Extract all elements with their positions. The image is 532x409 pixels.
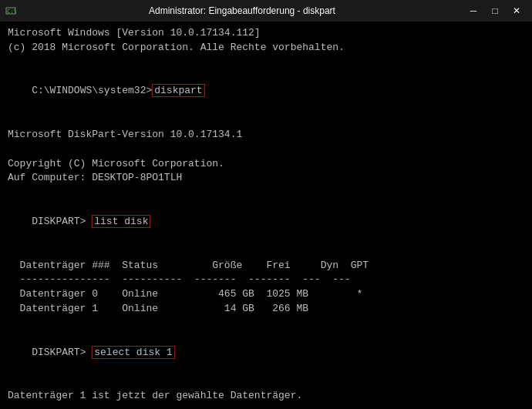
terminal-content: Microsoft Windows [Version 10.0.17134.11… <box>0 22 532 409</box>
svg-text:C:\: C:\ <box>7 8 16 15</box>
table1-row0: Datenträger 0 Online 465 GB 1025 MB * <box>8 287 524 302</box>
copyright-line: Copyright (C) Microsoft Corporation. <box>8 157 524 172</box>
prompt-selectdisk-prefix: DISKPART> <box>32 347 92 358</box>
blank-line-5 <box>8 244 524 259</box>
prompt-diskpart-prefix: C:\WINDOWS\system32> <box>32 85 152 96</box>
win-version-line: Microsoft Windows [Version 10.0.17134.11… <box>8 26 524 41</box>
blank-line-1 <box>8 55 524 70</box>
maximize-button[interactable]: □ <box>484 0 506 22</box>
blank-line-8 <box>8 404 524 409</box>
blank-line-2 <box>8 113 524 128</box>
blank-line-3 <box>8 142 524 157</box>
close-button[interactable]: ✕ <box>506 0 527 22</box>
table1-row1: Datenträger 1 Online 14 GB 266 MB <box>8 302 524 317</box>
prompt-listdisk-line: DISKPART> list disk <box>8 200 524 244</box>
titlebar: C:\ Administrator: Eingabeaufforderung -… <box>0 0 532 22</box>
prompt-listdisk-prefix: DISKPART> <box>32 216 92 227</box>
window-title: Administrator: Eingabeaufforderung - dis… <box>22 5 463 16</box>
window-controls: ─ □ ✕ <box>463 0 527 22</box>
win-copyright-line: (c) 2018 Microsoft Corporation. Alle Rec… <box>8 41 524 55</box>
prompt-selectdisk-line: DISKPART> select disk 1 <box>8 331 524 375</box>
blank-line-6 <box>8 317 524 331</box>
blank-line-4 <box>8 186 524 200</box>
listdisk-command: list disk <box>92 215 150 228</box>
select-result-line: Datenträger 1 ist jetzt der gewählte Dat… <box>8 389 524 404</box>
computer-line: Auf Computer: DESKTOP-8PO1TLH <box>8 171 524 186</box>
table1-header: Datenträger ### Status Größe Frei Dyn GP… <box>8 259 524 273</box>
app-icon: C:\ <box>5 5 17 17</box>
diskpart-version-line: Microsoft DiskPart-Version 10.0.17134.1 <box>8 128 524 142</box>
diskpart-command: diskpart <box>152 84 204 97</box>
minimize-button[interactable]: ─ <box>463 0 484 22</box>
blank-line-7 <box>8 374 524 389</box>
table1-sep: --------------- ---------- ------- -----… <box>8 273 524 287</box>
selectdisk-command: select disk 1 <box>92 346 174 359</box>
prompt-diskpart-line: C:\WINDOWS\system32>diskpart <box>8 70 524 114</box>
